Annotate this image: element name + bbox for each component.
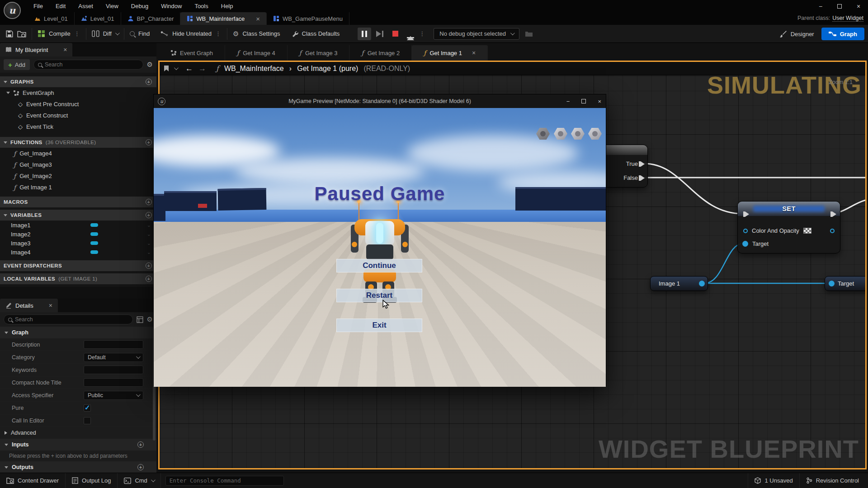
add-graph-icon[interactable]: + — [146, 79, 152, 85]
tab-level01-b[interactable]: Level_01 — [75, 12, 121, 25]
preview-close-button[interactable]: × — [598, 98, 601, 105]
gear-icon[interactable]: ⚙ — [147, 315, 153, 324]
eject-button[interactable] — [404, 28, 417, 40]
tree-event-tick[interactable]: ◇Event Tick — [0, 121, 156, 132]
section-event-dispatchers[interactable]: EVENT DISPATCHERS + — [0, 260, 156, 271]
gtab-get-image-1[interactable]: ƒ Get Image 1 × — [412, 45, 488, 61]
breadcrumb-current[interactable]: Get Image 1 (pure) — [297, 65, 358, 73]
gtab-get-image-4[interactable]: ƒGet Image 4 — [225, 45, 288, 61]
details-section-inputs[interactable]: Inputs + — [0, 439, 156, 450]
menu-file[interactable]: File — [27, 0, 49, 12]
variable-image2[interactable]: Image2⌄ — [0, 230, 156, 239]
menu-debug[interactable]: Debug — [125, 0, 155, 12]
close-tab-icon[interactable]: × — [472, 49, 476, 56]
resume-button[interactable] — [373, 28, 387, 40]
details-section-outputs[interactable]: Outputs + — [0, 461, 156, 473]
section-functions[interactable]: FUNCTIONS (36 OVERRIDABLE) + — [0, 137, 156, 148]
tree-function[interactable]: ƒGet_Image2 — [0, 170, 156, 182]
maximize-button[interactable] — [830, 0, 849, 12]
compile-button[interactable]: Compile ⋮ — [32, 25, 86, 43]
menu-edit[interactable]: Edit — [49, 0, 72, 12]
class-settings-button[interactable]: ⚙ Class Settings — [227, 25, 286, 43]
debug-object-dropdown[interactable]: No debug object selected — [434, 28, 519, 40]
parent-class-link[interactable]: User Widget — [832, 15, 863, 22]
add-local-variable-icon[interactable]: + — [146, 276, 152, 282]
color-opacity-pin[interactable] — [743, 229, 748, 233]
diff-button[interactable]: Diff — [86, 25, 124, 43]
branch-node[interactable]: True False — [605, 145, 648, 188]
add-input-icon[interactable]: + — [137, 441, 144, 448]
gtab-get-image-2[interactable]: ƒGet Image 2 — [349, 45, 412, 61]
revision-control-button[interactable]: Revision Control — [799, 473, 865, 488]
close-button[interactable]: × — [849, 0, 868, 12]
hide-unrelated-options-icon[interactable]: ⋮ — [215, 30, 222, 37]
set-node[interactable]: SET Color And Opacity Target — [737, 201, 840, 253]
variable-image3[interactable]: Image3⌄ — [0, 239, 156, 248]
graph-mode-button[interactable]: Graph — [821, 28, 864, 40]
save-icon[interactable] — [5, 30, 14, 38]
continue-button[interactable]: Continue — [336, 259, 422, 272]
call-in-editor-checkbox[interactable] — [84, 417, 91, 424]
gtab-event-graph[interactable]: Event Graph — [159, 45, 225, 61]
preview-title-bar[interactable]: u MyGame Preview [NetMode: Standalone 0]… — [154, 94, 606, 108]
minimize-button[interactable]: − — [811, 0, 830, 12]
section-macros[interactable]: MACROS + — [0, 197, 156, 207]
tree-function[interactable]: ƒGet Image 1 — [0, 182, 156, 193]
target-node[interactable]: Target — [825, 276, 867, 291]
unsaved-indicator[interactable]: 1 Unsaved — [748, 473, 799, 488]
target-in-pin[interactable] — [829, 281, 835, 286]
breadcrumb-root[interactable]: WB_MainInterface — [224, 65, 284, 73]
hide-unrelated-button[interactable]: Hide Unrelated ⋮ — [155, 25, 227, 43]
compact-node-title-field[interactable] — [84, 378, 143, 387]
console-command-input[interactable] — [165, 476, 284, 486]
add-macro-icon[interactable]: + — [146, 199, 152, 205]
color-swatch[interactable] — [803, 228, 811, 234]
tree-function[interactable]: ƒGet_Image4 — [0, 148, 156, 159]
details-search[interactable] — [4, 314, 133, 324]
gtab-get-image-3[interactable]: ƒGet Image 3 — [288, 45, 350, 61]
bookmark-icon[interactable] — [164, 66, 169, 71]
tree-event-construct[interactable]: ◇Event Construct — [0, 110, 156, 121]
category-dropdown[interactable]: Default — [84, 353, 143, 362]
image1-node[interactable]: Image 1 — [650, 276, 708, 291]
add-output-icon[interactable]: + — [137, 464, 144, 470]
class-defaults-button[interactable]: Class Defaults — [286, 25, 345, 43]
keywords-field[interactable] — [84, 366, 143, 374]
gear-icon[interactable]: ⚙ — [147, 61, 153, 69]
cmd-dropdown[interactable]: Cmd — [118, 473, 160, 488]
access-specifier-dropdown[interactable]: Public — [84, 391, 143, 400]
add-function-icon[interactable]: + — [146, 139, 152, 145]
tab-wb-maininterface[interactable]: WB_MainInterface × — [180, 12, 267, 25]
close-tab-icon[interactable]: × — [256, 15, 260, 23]
search-input[interactable] — [15, 316, 128, 323]
chevron-down-icon[interactable] — [174, 66, 179, 70]
menu-help[interactable]: Help — [215, 0, 240, 12]
compile-options-icon[interactable]: ⋮ — [74, 30, 80, 37]
section-local-variables[interactable]: LOCAL VARIABLES (GET IMAGE 1) + — [0, 273, 156, 284]
display-filter-icon[interactable] — [137, 316, 143, 323]
preview-minimize-button[interactable]: − — [566, 98, 570, 105]
add-button[interactable]: +Add — [4, 59, 30, 70]
exec-pin-true[interactable] — [641, 161, 645, 167]
variable-image4[interactable]: Image4⌄ — [0, 248, 156, 257]
menu-tools[interactable]: Tools — [188, 0, 214, 12]
tab-level01-a[interactable]: Level_01 — [28, 12, 75, 25]
pure-checkbox[interactable] — [84, 404, 91, 412]
exec-pin-in[interactable] — [745, 211, 749, 217]
add-variable-icon[interactable]: + — [146, 212, 152, 218]
section-variables[interactable]: VARIABLES + — [0, 210, 156, 221]
target-pin[interactable] — [742, 241, 748, 247]
close-panel-icon[interactable]: × — [63, 46, 67, 53]
search-input[interactable] — [45, 61, 139, 68]
menu-window[interactable]: Window — [155, 0, 188, 12]
menu-view[interactable]: View — [99, 0, 125, 12]
forward-arrow-icon[interactable]: → — [198, 64, 206, 73]
stop-button[interactable] — [388, 28, 402, 40]
game-scene[interactable]: Paused Game Continue Restart Exit — [154, 108, 606, 387]
output-log-button[interactable]: Output Log — [66, 473, 118, 488]
play-options-icon[interactable]: ⋮ — [419, 30, 425, 37]
close-panel-icon[interactable]: × — [49, 302, 52, 309]
details-section-graph[interactable]: Graph — [0, 327, 156, 338]
designer-mode-button[interactable]: Designer — [779, 30, 814, 38]
my-blueprint-search[interactable] — [33, 60, 143, 70]
